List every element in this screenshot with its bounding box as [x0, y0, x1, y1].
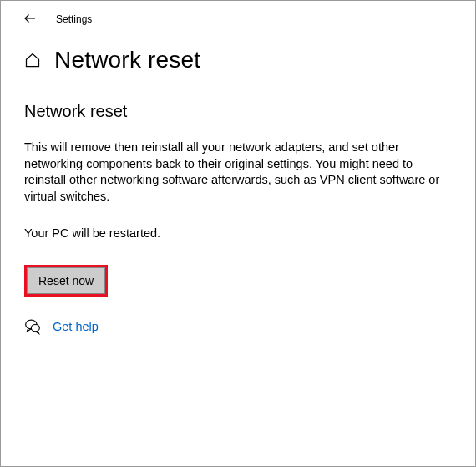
- page-title: Network reset: [54, 47, 200, 74]
- reset-now-button[interactable]: Reset now: [27, 267, 105, 294]
- home-icon[interactable]: [24, 52, 41, 69]
- reset-button-highlight: Reset now: [24, 265, 108, 297]
- restart-note: Your PC will be restarted.: [24, 226, 452, 240]
- svg-point-2: [31, 325, 39, 332]
- chat-help-icon: [24, 318, 41, 335]
- get-help-link[interactable]: Get help: [53, 320, 99, 333]
- back-arrow-icon[interactable]: [23, 11, 38, 28]
- title-bar: Settings: [1, 1, 475, 35]
- content-area: Network reset This will remove then rein…: [1, 89, 475, 335]
- page-header: Network reset: [1, 35, 475, 89]
- app-title: Settings: [56, 13, 92, 25]
- help-row: Get help: [24, 318, 452, 335]
- section-heading: Network reset: [24, 102, 452, 121]
- description-text: This will remove then reinstall all your…: [24, 140, 442, 205]
